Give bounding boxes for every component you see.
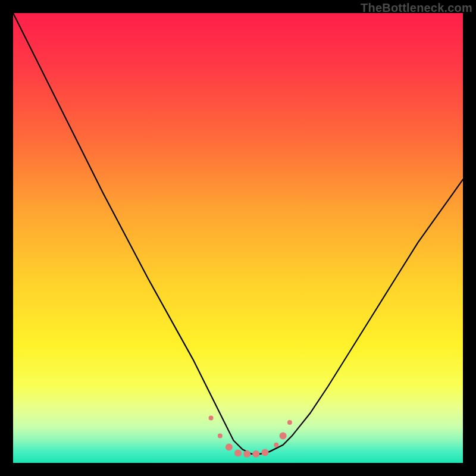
marker-point: [280, 433, 287, 440]
marker-point: [274, 443, 278, 447]
outer-frame: TheBottleneck.com: [0, 0, 476, 476]
marker-point: [287, 420, 292, 425]
marker-point: [209, 415, 214, 420]
plot-area: [13, 13, 463, 463]
marker-point: [218, 434, 223, 439]
plot-background: [13, 13, 463, 463]
marker-point: [234, 449, 242, 456]
chart-svg: [13, 13, 463, 463]
marker-point: [252, 450, 259, 458]
marker-point: [243, 450, 250, 458]
watermark-text: TheBottleneck.com: [361, 1, 472, 15]
marker-point: [226, 444, 233, 451]
marker-point: [261, 449, 268, 456]
